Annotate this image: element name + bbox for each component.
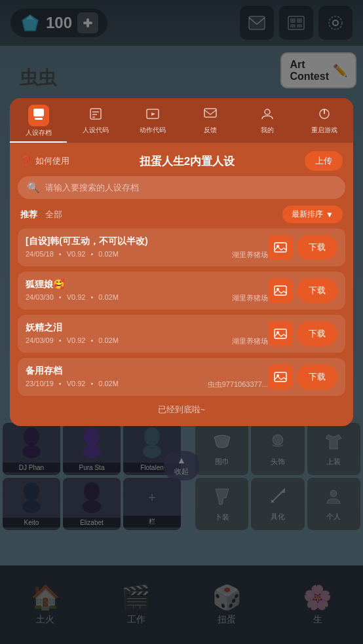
svg-rect-42: [275, 372, 286, 382]
svg-rect-25: [35, 118, 43, 120]
svg-rect-32: [204, 109, 216, 117]
sort-label: 最新排序: [292, 209, 323, 220]
item-version-2: V0.92: [67, 336, 86, 346]
item-size-1: 0.02M: [98, 293, 119, 303]
item-name-2: 妖精之泪: [26, 322, 268, 334]
item-download-button-3[interactable]: 下载: [297, 365, 337, 389]
sort-chevron-icon: ▼: [326, 210, 334, 219]
tab-character-code[interactable]: 人设代码: [67, 98, 124, 143]
item-image-button-3[interactable]: [268, 365, 293, 389]
item-name-1: 狐狸娘🥰: [26, 279, 268, 291]
item-actions-2: 下载: [268, 321, 337, 346]
item-size-0: 0.02M: [98, 250, 119, 260]
item-download-button-0[interactable]: 下载: [297, 235, 337, 260]
svg-rect-24: [33, 109, 44, 116]
svg-marker-31: [151, 113, 155, 116]
item-date-2: 24/03/09: [26, 336, 54, 346]
item-version-0: V0.92: [67, 250, 86, 260]
tab-action-code-label: 动作代码: [140, 126, 166, 135]
item-actions-3: 下载: [268, 365, 337, 389]
search-icon: 🔍: [27, 181, 40, 194]
svg-rect-38: [275, 286, 286, 295]
tab-feedback-label: 反馈: [204, 126, 217, 135]
filter-row: 推荐 全部 最新排序 ▼: [10, 206, 353, 228]
item-date-1: 24/03/30: [26, 293, 54, 303]
item-info-0: [自设]韩(可互动，不可以半改) 24/05/18 • V0.92 • 0.02…: [26, 236, 268, 260]
item-author-1: 湖里养猪场: [232, 293, 268, 303]
modal-tab-bar: 人设存档 人设代码 动作代码: [10, 98, 353, 143]
tab-restart-label: 重启游戏: [311, 126, 337, 135]
tab-action-code[interactable]: 动作代码: [124, 98, 182, 143]
tab-mine-label: 我的: [261, 126, 274, 135]
upload-button[interactable]: 上传: [305, 151, 343, 171]
search-input[interactable]: [45, 183, 336, 192]
tab-restart[interactable]: 重启游戏: [296, 98, 353, 143]
list-item: 妖精之泪 24/03/09 • V0.92 • 0.02M 湖里养猪场: [18, 315, 345, 353]
item-meta-0: 24/05/18 • V0.92 • 0.02M 湖里养猪场: [26, 250, 268, 260]
item-name-3: 备用存档: [26, 365, 268, 377]
help-label: 如何使用: [35, 155, 69, 167]
modal-title: 扭蛋人生2内置人设: [140, 154, 235, 169]
sort-button[interactable]: 最新排序 ▼: [282, 206, 343, 223]
item-info-1: 狐狸娘🥰 24/03/30 • V0.92 • 0.02M 湖里养猪场: [26, 279, 268, 303]
tab-character-archive-label: 人设存档: [26, 128, 52, 137]
item-size-2: 0.02M: [98, 336, 119, 346]
tab-character-code-label: 人设代码: [83, 126, 109, 135]
item-meta-2: 24/03/09 • V0.92 • 0.02M 湖里养猪场: [26, 336, 268, 346]
svg-rect-40: [275, 329, 286, 338]
item-info-3: 备用存档 23/10/19 • V0.92 • 0.02M 虫虫97710633…: [26, 365, 268, 389]
modal-header: ❓ 如何使用 扭蛋人生2内置人设 上传: [10, 143, 353, 176]
tab-mine[interactable]: 我的: [239, 98, 296, 143]
item-image-button-0[interactable]: [268, 235, 293, 260]
item-download-button-1[interactable]: 下载: [297, 278, 337, 303]
list-item: [自设]韩(可互动，不可以半改) 24/05/18 • V0.92 • 0.02…: [18, 228, 345, 266]
list-item: 备用存档 23/10/19 • V0.92 • 0.02M 虫虫97710633…: [18, 358, 345, 396]
item-date-3: 23/10/19: [26, 380, 54, 389]
filter-tab-all[interactable]: 全部: [45, 209, 62, 221]
item-meta-3: 23/10/19 • V0.92 • 0.02M 虫虫9771063377...: [26, 380, 268, 389]
item-image-button-1[interactable]: [268, 278, 293, 303]
search-bar: 🔍: [18, 176, 345, 199]
svg-rect-26: [90, 109, 101, 119]
tab-action-code-icon: [146, 107, 159, 124]
item-author-0: 湖里养猪场: [232, 250, 268, 260]
list-container: [自设]韩(可互动，不可以半改) 24/05/18 • V0.92 • 0.02…: [10, 228, 353, 396]
item-author-2: 湖里养猪场: [232, 336, 268, 346]
tab-character-archive[interactable]: 人设存档: [10, 98, 67, 143]
svg-rect-36: [275, 243, 286, 252]
item-download-button-2[interactable]: 下载: [297, 321, 337, 346]
item-date-0: 24/05/18: [26, 250, 54, 260]
item-name-0: [自设]韩(可互动，不可以半改): [26, 236, 268, 247]
tab-mine-icon: [261, 107, 274, 124]
item-actions-0: 下载: [268, 235, 337, 260]
list-item: 狐狸娘🥰 24/03/30 • V0.92 • 0.02M 湖里养猪场: [18, 272, 345, 310]
tab-character-code-icon: [89, 107, 102, 124]
filter-tab-recommend[interactable]: 推荐: [20, 209, 37, 221]
modal-panel: 人设存档 人设代码 动作代码: [10, 98, 353, 426]
help-link[interactable]: ❓ 如何使用: [20, 155, 69, 167]
tab-feedback-icon: [204, 107, 217, 124]
list-end-text: 已经到底啦~: [10, 396, 353, 416]
item-size-3: 0.02M: [98, 380, 119, 389]
item-author-3: 虫虫9771063377...: [208, 380, 268, 389]
item-meta-1: 24/03/30 • V0.92 • 0.02M 湖里养猪场: [26, 293, 268, 303]
tab-feedback[interactable]: 反馈: [182, 98, 239, 143]
filter-tabs: 推荐 全部: [20, 209, 62, 221]
tab-character-archive-icon: [28, 105, 49, 126]
svg-point-33: [265, 109, 270, 115]
item-actions-1: 下载: [268, 278, 337, 303]
item-version-3: V0.92: [67, 380, 86, 389]
item-info-2: 妖精之泪 24/03/09 • V0.92 • 0.02M 湖里养猪场: [26, 322, 268, 346]
tab-restart-icon: [318, 107, 331, 124]
item-version-1: V0.92: [67, 293, 86, 303]
help-icon: ❓: [20, 155, 33, 167]
item-image-button-2[interactable]: [268, 321, 293, 346]
